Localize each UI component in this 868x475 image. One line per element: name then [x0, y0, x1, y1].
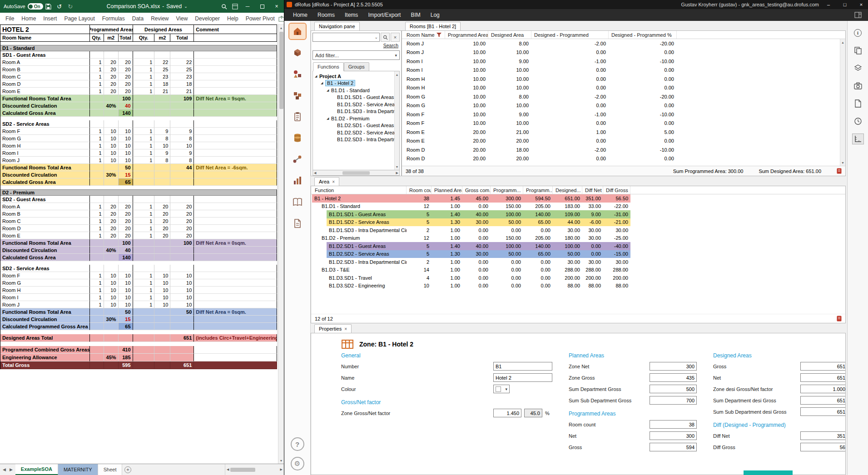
net-input[interactable]: 651: [800, 373, 846, 382]
area-row[interactable]: B1.D1 - Standard121.000.00150.00205.0018…: [311, 203, 845, 211]
row-label[interactable]: Room C: [0, 218, 90, 225]
value-cell[interactable]: 10: [154, 142, 170, 149]
value-cell[interactable]: 10: [170, 287, 194, 294]
value-cell[interactable]: [119, 196, 133, 203]
comment-cell[interactable]: [194, 254, 277, 261]
tab-navigation-pane[interactable]: Navigation pane: [314, 22, 360, 30]
save-icon[interactable]: [43, 0, 54, 13]
drofus-menu-log[interactable]: Log: [426, 10, 445, 20]
scroll-down-icon[interactable]: ▼: [395, 163, 399, 170]
comment-cell[interactable]: Diff Net Area = -6sqm.: [194, 164, 277, 171]
value-cell[interactable]: [154, 361, 170, 369]
row-label[interactable]: Room B: [0, 210, 90, 218]
value-cell[interactable]: [154, 247, 170, 254]
value-cell[interactable]: 20: [119, 73, 133, 80]
value-cell[interactable]: 1: [90, 218, 104, 225]
history-icon[interactable]: [852, 116, 864, 127]
value-cell[interactable]: 10: [170, 294, 194, 301]
value-cell[interactable]: 10: [104, 272, 119, 279]
value-cell[interactable]: 140: [119, 109, 133, 117]
add-sheet-button[interactable]: +: [122, 464, 133, 475]
sheet-title[interactable]: HOTEL 2: [0, 25, 90, 34]
value-cell[interactable]: [133, 196, 155, 203]
next-sheet-icon[interactable]: ▶: [10, 467, 13, 472]
excel-menu-view[interactable]: View: [173, 14, 192, 24]
value-cell[interactable]: 9: [170, 149, 194, 157]
value-cell[interactable]: [90, 51, 104, 59]
sub-col-header[interactable]: Qty.: [133, 34, 155, 42]
value-cell[interactable]: [154, 265, 170, 272]
value-cell[interactable]: 23: [170, 73, 194, 80]
value-cell[interactable]: [133, 95, 155, 102]
row-label[interactable]: Discounted Circulation: [0, 247, 90, 254]
comment-cell[interactable]: [194, 142, 277, 149]
value-cell[interactable]: 30%: [104, 316, 119, 323]
scroll-thumb[interactable]: [230, 468, 255, 472]
undo-icon[interactable]: ↺: [54, 0, 65, 13]
row-label[interactable]: Calculated Gross Area: [0, 178, 90, 186]
scroll-up-icon[interactable]: ▲: [278, 25, 284, 31]
maximize-button[interactable]: □: [838, 0, 852, 9]
scroll-thumb[interactable]: [279, 32, 283, 109]
row-label[interactable]: Functional Rooms Total Area: [0, 308, 90, 316]
value-cell[interactable]: 20: [119, 225, 133, 232]
value-cell[interactable]: [90, 316, 104, 323]
value-cell[interactable]: [133, 171, 155, 178]
value-cell[interactable]: [90, 196, 104, 203]
comment-cell[interactable]: [194, 51, 277, 59]
value-cell[interactable]: [133, 334, 155, 342]
room-row[interactable]: Room J10.008.00-2.00-20.00: [402, 39, 845, 48]
tree-item[interactable]: B1.D2.SD1 - Guest Areas: [313, 122, 399, 129]
row-label[interactable]: Programmed Combined Gross Areas: [0, 346, 90, 354]
value-cell[interactable]: 1: [133, 272, 155, 279]
value-cell[interactable]: 1: [90, 294, 104, 301]
value-cell[interactable]: 1: [133, 203, 155, 210]
area-column-header[interactable]: Planned Area...: [432, 186, 462, 194]
scroll-down-icon[interactable]: ▼: [278, 457, 284, 464]
comment-cell[interactable]: [194, 157, 277, 164]
value-cell[interactable]: [133, 178, 155, 186]
row-label[interactable]: Calculated Gross Area: [0, 254, 90, 261]
area-column-header[interactable]: Function: [311, 186, 407, 194]
value-cell[interactable]: 10: [119, 142, 133, 149]
comment-cell[interactable]: [194, 301, 277, 308]
measure-icon[interactable]: [852, 134, 864, 144]
area-row[interactable]: B1.D1.SD3 - Intra Departmental Circ21.00…: [311, 226, 845, 234]
diff-gross-input[interactable]: 56: [800, 443, 846, 451]
value-cell[interactable]: 20: [104, 59, 119, 66]
minimize-button[interactable]: –: [822, 0, 835, 9]
value-cell[interactable]: 1: [90, 149, 104, 157]
area-row[interactable]: B1.D1.SD2 - Service Areas51.3030.0050.00…: [311, 218, 845, 227]
value-cell[interactable]: 10: [154, 272, 170, 279]
value-cell[interactable]: [170, 196, 194, 203]
row-label[interactable]: Calculated Programmed Gross Area: [0, 323, 90, 330]
room-row[interactable]: Room J10.0010.000.000.00: [402, 48, 845, 57]
value-cell[interactable]: [104, 334, 119, 342]
room-row[interactable]: Room G10.0010.000.000.00: [402, 101, 845, 110]
comment-cell[interactable]: [194, 59, 277, 66]
value-cell[interactable]: 22: [170, 59, 194, 66]
comment-cell[interactable]: [194, 196, 277, 203]
value-cell[interactable]: [90, 247, 104, 254]
value-cell[interactable]: 20: [170, 232, 194, 239]
section-label[interactable]: D1 - Standard: [0, 45, 277, 51]
room-row[interactable]: Room D20.0020.000.000.00: [402, 154, 845, 163]
value-cell[interactable]: [90, 354, 104, 361]
colour-dropdown[interactable]: ▾: [493, 385, 510, 393]
row-label[interactable]: SD1 - Guest Areas: [0, 51, 90, 59]
prev-sheet-icon[interactable]: ◀: [3, 467, 6, 472]
value-cell[interactable]: [133, 109, 155, 117]
value-cell[interactable]: [119, 334, 133, 342]
value-cell[interactable]: 65: [119, 178, 133, 186]
value-cell[interactable]: [154, 164, 170, 171]
value-cell[interactable]: 20: [104, 203, 119, 210]
value-cell[interactable]: 1: [133, 218, 155, 225]
gross-net-percent-input[interactable]: 45.0: [524, 409, 542, 417]
excel-menu-developer[interactable]: Developer: [191, 14, 223, 24]
home-icon[interactable]: [289, 24, 306, 39]
value-cell[interactable]: 185: [119, 354, 133, 361]
row-label[interactable]: Discounted Circulation: [0, 102, 90, 109]
value-cell[interactable]: [170, 316, 194, 323]
comment-cell[interactable]: [194, 265, 277, 272]
value-cell[interactable]: [90, 120, 104, 128]
